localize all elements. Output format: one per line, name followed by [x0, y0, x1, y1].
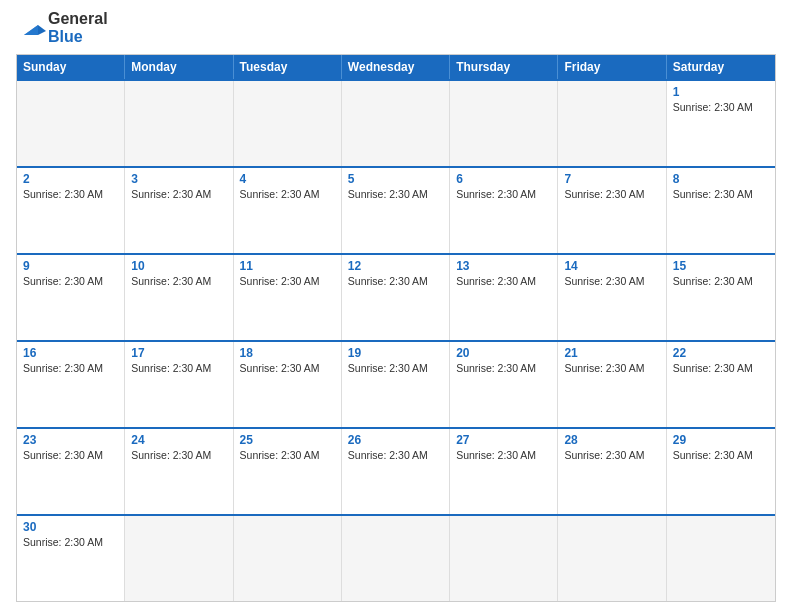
calendar-day-30: 30Sunrise: 2:30 AM — [17, 516, 125, 601]
day-info-30: Sunrise: 2:30 AM — [23, 536, 103, 548]
day-number-30: 30 — [23, 520, 118, 534]
day-info-19: Sunrise: 2:30 AM — [348, 362, 428, 374]
calendar-day-24: 24Sunrise: 2:30 AM — [125, 429, 233, 514]
header-cell-friday: Friday — [558, 55, 666, 79]
day-info-16: Sunrise: 2:30 AM — [23, 362, 103, 374]
calendar-day-16: 16Sunrise: 2:30 AM — [17, 342, 125, 427]
empty-cell-w0-c0 — [17, 81, 125, 166]
calendar-day-20: 20Sunrise: 2:30 AM — [450, 342, 558, 427]
calendar-body: 1Sunrise: 2:30 AM2Sunrise: 2:30 AM3Sunri… — [17, 79, 775, 601]
calendar-day-7: 7Sunrise: 2:30 AM — [558, 168, 666, 253]
calendar-day-27: 27Sunrise: 2:30 AM — [450, 429, 558, 514]
day-number-12: 12 — [348, 259, 443, 273]
calendar-day-21: 21Sunrise: 2:30 AM — [558, 342, 666, 427]
day-info-3: Sunrise: 2:30 AM — [131, 188, 211, 200]
day-number-26: 26 — [348, 433, 443, 447]
calendar-day-9: 9Sunrise: 2:30 AM — [17, 255, 125, 340]
day-info-13: Sunrise: 2:30 AM — [456, 275, 536, 287]
day-info-29: Sunrise: 2:30 AM — [673, 449, 753, 461]
day-number-18: 18 — [240, 346, 335, 360]
calendar-day-22: 22Sunrise: 2:30 AM — [667, 342, 775, 427]
day-info-8: Sunrise: 2:30 AM — [673, 188, 753, 200]
empty-cell-w0-c4 — [450, 81, 558, 166]
calendar-day-2: 2Sunrise: 2:30 AM — [17, 168, 125, 253]
calendar-day-17: 17Sunrise: 2:30 AM — [125, 342, 233, 427]
empty-cell-w0-c5 — [558, 81, 666, 166]
header-cell-saturday: Saturday — [667, 55, 775, 79]
day-info-20: Sunrise: 2:30 AM — [456, 362, 536, 374]
calendar-day-6: 6Sunrise: 2:30 AM — [450, 168, 558, 253]
header-cell-tuesday: Tuesday — [234, 55, 342, 79]
day-info-28: Sunrise: 2:30 AM — [564, 449, 644, 461]
day-info-25: Sunrise: 2:30 AM — [240, 449, 320, 461]
day-number-29: 29 — [673, 433, 769, 447]
day-number-9: 9 — [23, 259, 118, 273]
day-info-5: Sunrise: 2:30 AM — [348, 188, 428, 200]
page: General Blue SundayMondayTuesdayWednesda… — [0, 0, 792, 612]
day-info-18: Sunrise: 2:30 AM — [240, 362, 320, 374]
calendar-day-8: 8Sunrise: 2:30 AM — [667, 168, 775, 253]
day-number-14: 14 — [564, 259, 659, 273]
day-number-20: 20 — [456, 346, 551, 360]
header: General Blue — [16, 10, 776, 46]
calendar-day-14: 14Sunrise: 2:30 AM — [558, 255, 666, 340]
calendar-day-29: 29Sunrise: 2:30 AM — [667, 429, 775, 514]
calendar-week-2: 2Sunrise: 2:30 AM3Sunrise: 2:30 AM4Sunri… — [17, 166, 775, 253]
day-info-15: Sunrise: 2:30 AM — [673, 275, 753, 287]
day-number-16: 16 — [23, 346, 118, 360]
day-info-11: Sunrise: 2:30 AM — [240, 275, 320, 287]
day-info-24: Sunrise: 2:30 AM — [131, 449, 211, 461]
calendar-header-row: SundayMondayTuesdayWednesdayThursdayFrid… — [17, 55, 775, 79]
day-info-12: Sunrise: 2:30 AM — [348, 275, 428, 287]
day-number-25: 25 — [240, 433, 335, 447]
day-info-4: Sunrise: 2:30 AM — [240, 188, 320, 200]
calendar-day-10: 10Sunrise: 2:30 AM — [125, 255, 233, 340]
empty-cell-w5-c2 — [234, 516, 342, 601]
day-number-2: 2 — [23, 172, 118, 186]
calendar-day-12: 12Sunrise: 2:30 AM — [342, 255, 450, 340]
day-number-11: 11 — [240, 259, 335, 273]
day-info-26: Sunrise: 2:30 AM — [348, 449, 428, 461]
empty-cell-w0-c3 — [342, 81, 450, 166]
day-number-5: 5 — [348, 172, 443, 186]
calendar-day-13: 13Sunrise: 2:30 AM — [450, 255, 558, 340]
day-info-1: Sunrise: 2:30 AM — [673, 101, 753, 113]
calendar-week-5: 23Sunrise: 2:30 AM24Sunrise: 2:30 AM25Su… — [17, 427, 775, 514]
day-info-21: Sunrise: 2:30 AM — [564, 362, 644, 374]
empty-cell-w5-c5 — [558, 516, 666, 601]
logo-general: General — [48, 10, 108, 27]
day-number-27: 27 — [456, 433, 551, 447]
calendar-week-6: 30Sunrise: 2:30 AM — [17, 514, 775, 601]
day-info-23: Sunrise: 2:30 AM — [23, 449, 103, 461]
empty-cell-w5-c6 — [667, 516, 775, 601]
calendar-day-19: 19Sunrise: 2:30 AM — [342, 342, 450, 427]
empty-cell-w5-c3 — [342, 516, 450, 601]
calendar-day-1: 1Sunrise: 2:30 AM — [667, 81, 775, 166]
day-info-9: Sunrise: 2:30 AM — [23, 275, 103, 287]
logo: General Blue — [16, 10, 108, 46]
day-number-21: 21 — [564, 346, 659, 360]
calendar-day-25: 25Sunrise: 2:30 AM — [234, 429, 342, 514]
day-number-23: 23 — [23, 433, 118, 447]
header-cell-monday: Monday — [125, 55, 233, 79]
empty-cell-w5-c4 — [450, 516, 558, 601]
day-info-22: Sunrise: 2:30 AM — [673, 362, 753, 374]
day-info-2: Sunrise: 2:30 AM — [23, 188, 103, 200]
logo-svg-icon — [16, 17, 46, 39]
day-info-14: Sunrise: 2:30 AM — [564, 275, 644, 287]
header-cell-sunday: Sunday — [17, 55, 125, 79]
calendar: SundayMondayTuesdayWednesdayThursdayFrid… — [16, 54, 776, 602]
day-number-19: 19 — [348, 346, 443, 360]
day-number-15: 15 — [673, 259, 769, 273]
svg-marker-1 — [24, 25, 38, 35]
empty-cell-w0-c2 — [234, 81, 342, 166]
day-info-10: Sunrise: 2:30 AM — [131, 275, 211, 287]
day-number-17: 17 — [131, 346, 226, 360]
logo-blue: Blue — [48, 28, 83, 45]
day-number-10: 10 — [131, 259, 226, 273]
calendar-day-28: 28Sunrise: 2:30 AM — [558, 429, 666, 514]
header-cell-thursday: Thursday — [450, 55, 558, 79]
calendar-day-5: 5Sunrise: 2:30 AM — [342, 168, 450, 253]
day-info-27: Sunrise: 2:30 AM — [456, 449, 536, 461]
day-number-1: 1 — [673, 85, 769, 99]
